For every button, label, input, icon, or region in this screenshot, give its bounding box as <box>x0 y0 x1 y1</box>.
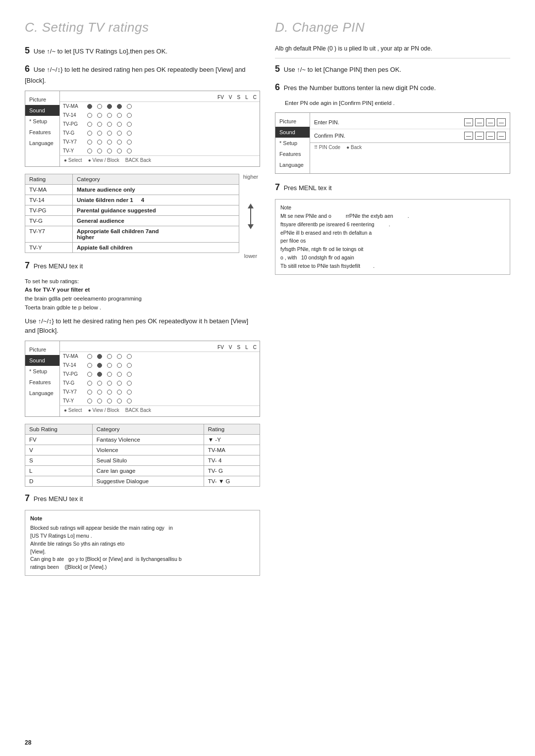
menu-row-tvma-1: TV-MA <box>60 102 260 111</box>
menu-sidebar-2: Picture Sound * Setup Features Language <box>25 341 60 416</box>
menu-footer-2: ● Select ● View / Block BACK Back <box>60 405 260 414</box>
pin-menu-footer: ⠿ PIN Code ● Back <box>310 143 510 151</box>
menu-row-tvy-1: TV-Y <box>60 147 260 155</box>
menu-row-tvy-2: TV-Y <box>60 397 260 405</box>
right-section-title: D. Change PIN <box>275 20 510 35</box>
pin-menu-sidebar: Picture Sound * Setup Features Language <box>275 113 310 173</box>
sidebar-sound-2[interactable]: Sound <box>25 355 59 366</box>
divider <box>275 58 510 58</box>
sidebar-setup-1[interactable]: * Setup <box>25 116 59 127</box>
table-row: D Suggestive Dialogue TV- ▼ G <box>25 476 260 486</box>
circle-l <box>117 104 122 109</box>
step7-left-second: 7 Pres MENU tex it <box>25 492 260 505</box>
pin-sidebar-setup[interactable]: * Setup <box>275 138 310 149</box>
menu-row-tvg-2: TV-G <box>60 379 260 388</box>
menu-footer-1: ● Select ● View / Block BACK Back <box>60 155 260 164</box>
sidebar-features-2[interactable]: Features <box>25 377 59 388</box>
table-row: TV-14 Uniate 6ildren nder 1 4 <box>25 195 239 205</box>
table-row: L Care lan guage TV- G <box>25 465 260 476</box>
tv-menu-box-2: Picture Sound * Setup Features Language … <box>25 341 260 417</box>
step5-left: 5 Use ↑/~ to let [US TV Ratings Lo],then… <box>25 44 260 57</box>
step6-left: 6 Use ↑/~/↕} to lett he desired rating h… <box>25 62 260 86</box>
menu-content-1: FV V S L C TV-MA <box>60 91 260 166</box>
sidebar-sound-1[interactable]: Sound <box>25 105 59 116</box>
pin-sidebar-language[interactable]: Language <box>275 159 310 170</box>
confirm-pin-dashes: — — — — <box>464 132 506 140</box>
menu-content-2: FV V S L C TV-MA <box>60 341 260 416</box>
pin-note-top: Alb gh default PNle (0 ) is u plied lb u… <box>275 44 510 53</box>
menu-sidebar-1: Picture Sound * Setup Features Language <box>25 91 60 166</box>
confirm-pin-row: Confirm PIN. — — — — <box>310 129 510 143</box>
menu-row-tvpg-2: TV-PG <box>60 370 260 379</box>
lower-label: lower <box>244 253 257 259</box>
table-row: TV-MA Mature audience only <box>25 184 239 195</box>
step7-right: 7 Pres MENL tex it <box>275 181 510 194</box>
sub-rating-header: Sub Rating <box>25 424 93 434</box>
sidebar-features-1[interactable]: Features <box>25 127 59 138</box>
table-row: S Seual Situlo TV- 4 <box>25 455 260 465</box>
tv-menu-box-1: Picture Sound * Setup Features Language … <box>25 91 260 167</box>
table-row: V Violence TV-MA <box>25 445 260 455</box>
table-row: FV Fantasy Violence ▼ -Y <box>25 434 260 445</box>
menu-row-tvy7-2: TV-Y7 <box>60 388 260 397</box>
rating-header: Rating <box>25 174 73 184</box>
category-header: Category <box>72 174 239 184</box>
table-row: TV-Y7 Appropriate 6all children 7andhigh… <box>25 226 239 242</box>
menu-header-2: FV V S L C <box>60 343 260 352</box>
rating-table-container: Rating Category TV-MA Mature audience on… <box>25 174 260 259</box>
note-title-right: Note <box>280 203 505 212</box>
step7-left-first: 7 Pres MENU tex it <box>25 259 260 272</box>
sidebar-language-2[interactable]: Language <box>25 388 59 399</box>
note-box-left: Note Blocked sub ratings will appear bes… <box>25 510 260 576</box>
menu-row-tv14-1: TV-14 <box>60 111 260 120</box>
sidebar-setup-2[interactable]: * Setup <box>25 366 59 377</box>
step-use-left: Use ↑/~/↕} to lett he desired rating hen… <box>25 316 260 336</box>
sidebar-picture-1[interactable]: Picture <box>25 94 59 105</box>
table-row: TV-G General audience <box>25 215 239 226</box>
circle-v <box>97 104 102 109</box>
step6-sub-right: Enter PN ode agin in [Confirm PIN] entie… <box>285 99 510 107</box>
up-down-arrow-icon <box>247 202 255 231</box>
step6-right: 6 Pres the Number buttons tenter la new … <box>275 81 510 94</box>
sub-ratings-intro: To set he sub ratings: As for TV-Y your … <box>25 277 260 312</box>
pin-sidebar-picture[interactable]: Picture <box>275 116 310 127</box>
enter-pin-dashes: — — — — <box>464 118 506 126</box>
menu-header-1: FV V S L C <box>60 93 260 102</box>
sub-rating-col-header: Rating <box>204 424 260 434</box>
left-column: C. Setting TV ratings 5 Use ↑/~ to let [… <box>25 20 260 736</box>
sub-category-header: Category <box>92 424 204 434</box>
note-title-left: Note <box>30 514 255 523</box>
table-row: TV-Y Appiate 6all children <box>25 242 239 252</box>
higher-label: higher <box>243 174 259 180</box>
step5-right: 5 Use ↑/~ to let [Change PIN] then pes O… <box>275 62 510 76</box>
right-column: D. Change PIN Alb gh default PNle (0 ) i… <box>275 20 510 736</box>
pin-sidebar-sound[interactable]: Sound <box>275 127 310 138</box>
menu-row-tvg-1: TV-G <box>60 129 260 138</box>
enter-pin-row: Enter PIN. — — — — <box>310 116 510 129</box>
table-row: TV-PG Parental guidance suggested <box>25 205 239 215</box>
circle-c <box>127 104 132 109</box>
circle-fv <box>87 104 92 109</box>
circle-s <box>107 104 112 109</box>
note-box-right: Note Mt se new PNle and o rrPNle the ext… <box>275 199 510 274</box>
pin-menu-box: Picture Sound * Setup Features Language … <box>275 112 510 174</box>
menu-row-tvma-2: TV-MA <box>60 352 260 361</box>
rating-table: Rating Category TV-MA Mature audience on… <box>25 174 239 253</box>
pin-content: Enter PIN. — — — — Confirm PIN. — <box>310 113 510 173</box>
menu-row-tvy7-1: TV-Y7 <box>60 138 260 147</box>
sidebar-language-1[interactable]: Language <box>25 138 59 149</box>
sub-rating-table: Sub Rating Category Rating FV Fantasy Vi… <box>25 424 260 487</box>
pin-sidebar-features[interactable]: Features <box>275 149 310 159</box>
page-number: 28 <box>25 739 31 746</box>
higher-lower-column: higher lower <box>241 174 260 259</box>
sidebar-picture-2[interactable]: Picture <box>25 344 59 355</box>
menu-row-tvpg-1: TV-PG <box>60 120 260 129</box>
left-section-title: C. Setting TV ratings <box>25 20 260 35</box>
menu-row-tv14-2: TV-14 <box>60 361 260 370</box>
